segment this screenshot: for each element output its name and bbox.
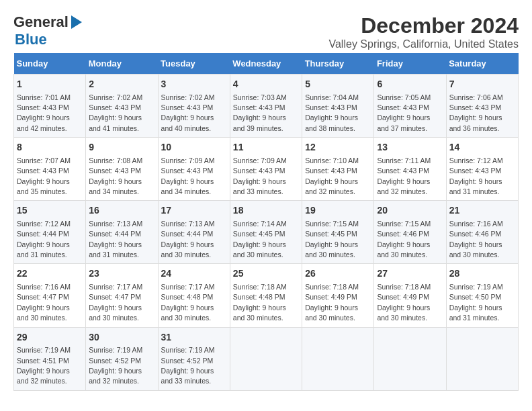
day-detail: Sunrise: 7:17 AM Sunset: 4:48 PM Dayligh… — [161, 283, 215, 322]
day-detail: Sunrise: 7:19 AM Sunset: 4:51 PM Dayligh… — [17, 346, 71, 385]
day-number: 7 — [449, 78, 515, 91]
day-number: 12 — [305, 141, 371, 154]
day-detail: Sunrise: 7:02 AM Sunset: 4:43 PM Dayligh… — [161, 93, 215, 132]
day-number: 13 — [377, 141, 443, 154]
day-detail: Sunrise: 7:12 AM Sunset: 4:43 PM Dayligh… — [449, 156, 503, 195]
day-detail: Sunrise: 7:15 AM Sunset: 4:45 PM Dayligh… — [305, 220, 359, 259]
day-number: 26 — [305, 267, 371, 281]
day-number: 11 — [233, 141, 299, 154]
day-number: 10 — [161, 141, 227, 154]
calendar-cell: 16Sunrise: 7:13 AM Sunset: 4:44 PM Dayli… — [86, 201, 158, 264]
calendar-cell: 24Sunrise: 7:17 AM Sunset: 4:48 PM Dayli… — [158, 264, 230, 327]
calendar-cell: 7Sunrise: 7:06 AM Sunset: 4:43 PM Daylig… — [446, 75, 518, 138]
calendar-week-row: 1Sunrise: 7:01 AM Sunset: 4:43 PM Daylig… — [14, 75, 519, 138]
day-number: 24 — [161, 267, 227, 281]
day-detail: Sunrise: 7:11 AM Sunset: 4:43 PM Dayligh… — [377, 156, 431, 195]
day-number: 31 — [161, 331, 227, 345]
calendar-cell: 17Sunrise: 7:13 AM Sunset: 4:44 PM Dayli… — [158, 201, 230, 264]
page-subtitle: Valley Springs, California, United State… — [328, 38, 519, 50]
calendar-week-row: 22Sunrise: 7:16 AM Sunset: 4:47 PM Dayli… — [14, 264, 519, 327]
calendar-cell: 21Sunrise: 7:16 AM Sunset: 4:46 PM Dayli… — [446, 201, 518, 264]
day-detail: Sunrise: 7:10 AM Sunset: 4:43 PM Dayligh… — [305, 156, 359, 195]
day-detail: Sunrise: 7:18 AM Sunset: 4:49 PM Dayligh… — [305, 283, 359, 322]
calendar-cell: 25Sunrise: 7:18 AM Sunset: 4:48 PM Dayli… — [230, 264, 302, 327]
day-number: 22 — [17, 267, 83, 281]
day-detail: Sunrise: 7:08 AM Sunset: 4:43 PM Dayligh… — [89, 156, 142, 195]
day-number: 29 — [17, 331, 83, 345]
calendar-header-tuesday: Tuesday — [158, 53, 230, 75]
day-detail: Sunrise: 7:18 AM Sunset: 4:49 PM Dayligh… — [377, 283, 431, 322]
calendar-cell: 29Sunrise: 7:19 AM Sunset: 4:51 PM Dayli… — [14, 327, 86, 390]
page-title: December 2024 — [328, 13, 519, 38]
calendar-week-row: 15Sunrise: 7:12 AM Sunset: 4:44 PM Dayli… — [14, 201, 519, 264]
day-detail: Sunrise: 7:02 AM Sunset: 4:43 PM Dayligh… — [89, 93, 142, 132]
calendar-cell: 10Sunrise: 7:09 AM Sunset: 4:43 PM Dayli… — [158, 138, 230, 201]
calendar-cell: 31Sunrise: 7:19 AM Sunset: 4:52 PM Dayli… — [158, 327, 230, 390]
day-number: 4 — [233, 78, 299, 91]
calendar-cell: 19Sunrise: 7:15 AM Sunset: 4:45 PM Dayli… — [302, 201, 374, 264]
calendar-cell — [302, 327, 374, 390]
calendar-cell: 30Sunrise: 7:19 AM Sunset: 4:52 PM Dayli… — [86, 327, 158, 390]
calendar-cell: 18Sunrise: 7:14 AM Sunset: 4:45 PM Dayli… — [230, 201, 302, 264]
day-detail: Sunrise: 7:03 AM Sunset: 4:43 PM Dayligh… — [233, 93, 287, 132]
day-detail: Sunrise: 7:19 AM Sunset: 4:50 PM Dayligh… — [449, 283, 503, 322]
calendar-header-thursday: Thursday — [302, 53, 374, 75]
calendar-cell: 6Sunrise: 7:05 AM Sunset: 4:43 PM Daylig… — [374, 75, 446, 138]
logo-blue-text: Blue — [15, 31, 47, 48]
calendar-cell — [446, 327, 518, 390]
calendar-header-row: SundayMondayTuesdayWednesdayThursdayFrid… — [14, 53, 519, 75]
day-number: 2 — [89, 78, 154, 91]
calendar-cell: 23Sunrise: 7:17 AM Sunset: 4:47 PM Dayli… — [86, 264, 158, 327]
day-number: 17 — [161, 204, 227, 218]
day-number: 14 — [449, 141, 515, 154]
day-detail: Sunrise: 7:15 AM Sunset: 4:46 PM Dayligh… — [377, 220, 431, 259]
title-block: December 2024 Valley Springs, California… — [328, 13, 519, 50]
calendar-header-wednesday: Wednesday — [230, 53, 302, 75]
day-detail: Sunrise: 7:16 AM Sunset: 4:47 PM Dayligh… — [17, 283, 71, 322]
day-detail: Sunrise: 7:01 AM Sunset: 4:43 PM Dayligh… — [17, 93, 71, 132]
day-number: 9 — [89, 141, 154, 154]
day-number: 18 — [233, 204, 299, 218]
calendar-header-monday: Monday — [86, 53, 158, 75]
calendar-cell: 3Sunrise: 7:02 AM Sunset: 4:43 PM Daylig… — [158, 75, 230, 138]
calendar-cell: 8Sunrise: 7:07 AM Sunset: 4:43 PM Daylig… — [14, 138, 86, 201]
day-detail: Sunrise: 7:16 AM Sunset: 4:46 PM Dayligh… — [449, 220, 503, 259]
day-detail: Sunrise: 7:14 AM Sunset: 4:45 PM Dayligh… — [233, 220, 287, 259]
day-number: 28 — [449, 267, 515, 281]
day-detail: Sunrise: 7:09 AM Sunset: 4:43 PM Dayligh… — [233, 156, 287, 195]
day-detail: Sunrise: 7:12 AM Sunset: 4:44 PM Dayligh… — [17, 220, 71, 259]
day-number: 27 — [377, 267, 443, 281]
day-detail: Sunrise: 7:09 AM Sunset: 4:43 PM Dayligh… — [161, 156, 215, 195]
calendar-cell: 2Sunrise: 7:02 AM Sunset: 4:43 PM Daylig… — [86, 75, 158, 138]
day-detail: Sunrise: 7:13 AM Sunset: 4:44 PM Dayligh… — [89, 220, 142, 259]
day-detail: Sunrise: 7:07 AM Sunset: 4:43 PM Dayligh… — [17, 156, 71, 195]
page-header: General Blue December 2024 Valley Spring… — [13, 13, 519, 50]
calendar-cell: 4Sunrise: 7:03 AM Sunset: 4:43 PM Daylig… — [230, 75, 302, 138]
calendar-header-friday: Friday — [374, 53, 446, 75]
calendar-cell: 13Sunrise: 7:11 AM Sunset: 4:43 PM Dayli… — [374, 138, 446, 201]
day-detail: Sunrise: 7:05 AM Sunset: 4:43 PM Dayligh… — [377, 93, 431, 132]
day-number: 21 — [449, 204, 515, 218]
calendar-cell: 27Sunrise: 7:18 AM Sunset: 4:49 PM Dayli… — [374, 264, 446, 327]
day-detail: Sunrise: 7:18 AM Sunset: 4:48 PM Dayligh… — [233, 283, 287, 322]
calendar-cell — [374, 327, 446, 390]
day-number: 6 — [377, 78, 443, 91]
day-number: 19 — [305, 204, 371, 218]
logo-text: General — [13, 13, 69, 31]
calendar-cell: 20Sunrise: 7:15 AM Sunset: 4:46 PM Dayli… — [374, 201, 446, 264]
day-number: 16 — [89, 204, 154, 218]
calendar-cell: 26Sunrise: 7:18 AM Sunset: 4:49 PM Dayli… — [302, 264, 374, 327]
calendar-cell: 15Sunrise: 7:12 AM Sunset: 4:44 PM Dayli… — [14, 201, 86, 264]
calendar-cell — [230, 327, 302, 390]
calendar-cell: 9Sunrise: 7:08 AM Sunset: 4:43 PM Daylig… — [86, 138, 158, 201]
calendar-cell: 14Sunrise: 7:12 AM Sunset: 4:43 PM Dayli… — [446, 138, 518, 201]
calendar-cell: 28Sunrise: 7:19 AM Sunset: 4:50 PM Dayli… — [446, 264, 518, 327]
day-detail: Sunrise: 7:06 AM Sunset: 4:43 PM Dayligh… — [449, 93, 503, 132]
day-number: 30 — [89, 331, 154, 345]
calendar-cell: 22Sunrise: 7:16 AM Sunset: 4:47 PM Dayli… — [14, 264, 86, 327]
day-number: 23 — [89, 267, 154, 281]
day-number: 15 — [17, 204, 83, 218]
day-detail: Sunrise: 7:19 AM Sunset: 4:52 PM Dayligh… — [89, 346, 142, 385]
calendar-week-row: 29Sunrise: 7:19 AM Sunset: 4:51 PM Dayli… — [14, 327, 519, 390]
day-detail: Sunrise: 7:17 AM Sunset: 4:47 PM Dayligh… — [89, 283, 142, 322]
